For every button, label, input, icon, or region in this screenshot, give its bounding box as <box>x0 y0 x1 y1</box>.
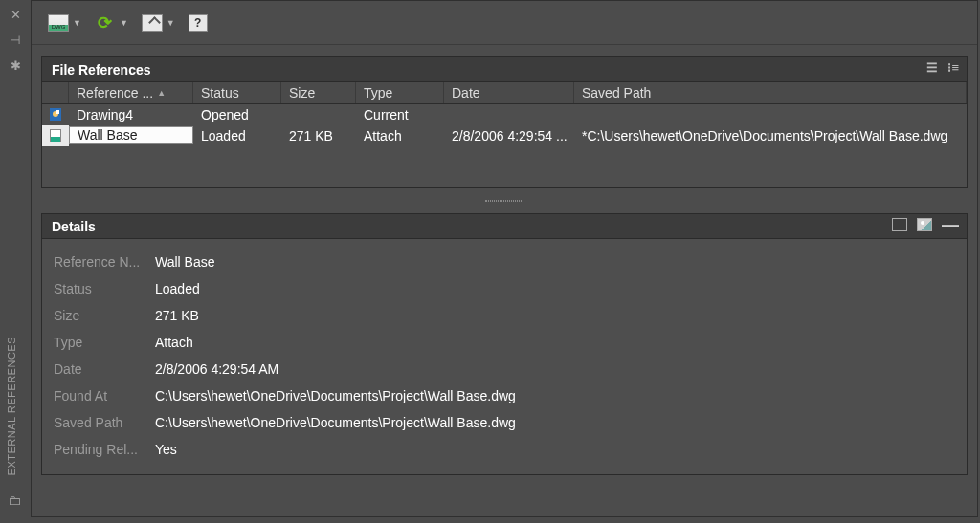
column-size[interactable]: Size <box>281 82 356 103</box>
collapse-icon[interactable]: — <box>942 220 959 229</box>
row-status: Opened <box>193 104 281 125</box>
file-references-section: File References ☰ ⁝≡ Reference ...▲ Stat… <box>41 56 968 188</box>
detail-row: Reference N... Wall Base <box>54 249 955 275</box>
detail-value-status: Loaded <box>155 281 200 296</box>
detail-label-savedpath: Saved Path <box>54 415 155 430</box>
row-size <box>281 104 356 125</box>
change-path-icon <box>142 14 163 32</box>
refresh-button[interactable]: ⟳ ▼ <box>92 11 131 35</box>
detail-value-type: Attach <box>155 335 193 350</box>
detail-label-size: Size <box>54 308 155 323</box>
dwg-icon: DWG <box>48 14 69 32</box>
detail-value-pending: Yes <box>155 442 177 457</box>
details-list-icon[interactable] <box>892 218 907 231</box>
details-title: Details <box>52 219 96 234</box>
xref-toolbar: DWG ▼ ⟳ ▼ ▼ ? <box>32 1 977 45</box>
row-status: Loaded <box>193 125 281 146</box>
table-header-row: Reference ...▲ Status Size Type Date Sav… <box>42 82 967 104</box>
detail-value-foundat: C:\Users\hewet\OneDrive\Documents\Projec… <box>155 388 516 403</box>
detail-label-refname: Reference N... <box>54 254 155 270</box>
palette-tab-icon[interactable]: 🗀 <box>8 492 21 508</box>
external-references-panel: DWG ▼ ⟳ ▼ ▼ ? File References ☰ ⁝≡ <box>31 0 978 517</box>
table-row[interactable]: Drawing4 Opened Current <box>42 104 967 125</box>
row-name: Drawing4 <box>69 104 193 125</box>
detail-row: Saved Path C:\Users\hewet\OneDrive\Docum… <box>54 409 955 436</box>
file-references-header[interactable]: File References ☰ ⁝≡ <box>41 56 968 81</box>
chevron-down-icon: ▼ <box>120 18 128 28</box>
column-date[interactable]: Date <box>444 82 574 103</box>
details-section: Details — Reference N... Wall Base Statu… <box>41 213 968 475</box>
detail-row: Status Loaded <box>54 275 955 302</box>
row-name: Wall Base <box>69 126 193 144</box>
chevron-down-icon: ▼ <box>73 18 81 28</box>
row-path <box>574 104 967 125</box>
sort-asc-icon: ▲ <box>157 88 166 98</box>
detail-value-savedpath: C:\Users\hewet\OneDrive\Documents\Projec… <box>155 415 516 430</box>
dwg-xref-icon <box>50 129 61 142</box>
detail-row: Date 2/8/2006 4:29:54 AM <box>54 356 955 382</box>
panel-splitter[interactable] <box>41 198 968 204</box>
change-path-button[interactable]: ▼ <box>139 11 178 35</box>
column-icon[interactable] <box>42 82 69 103</box>
column-status[interactable]: Status <box>193 82 281 103</box>
row-icon <box>42 125 69 146</box>
attach-dwg-button[interactable]: DWG ▼ <box>45 11 84 35</box>
chevron-down-icon: ▼ <box>167 18 175 28</box>
table-row[interactable]: Wall Base Loaded 271 KB Attach 2/8/2006 … <box>42 125 967 146</box>
column-reference-name[interactable]: Reference ...▲ <box>69 82 193 103</box>
file-references-table: Reference ...▲ Status Size Type Date Sav… <box>41 81 968 188</box>
detail-label-foundat: Found At <box>54 388 155 403</box>
close-icon[interactable]: ✕ <box>11 8 21 22</box>
row-type: Current <box>356 104 444 125</box>
detail-value-size: 271 KB <box>155 308 199 323</box>
palette-titlebar: ✕ ⊣ ✱ EXTERNAL REFERENCES 🗀 <box>0 0 31 523</box>
details-preview-icon[interactable] <box>917 218 932 231</box>
details-body: Reference N... Wall Base Status Loaded S… <box>41 238 968 475</box>
detail-row: Type Attach <box>54 329 955 356</box>
details-header[interactable]: Details — <box>41 213 968 238</box>
detail-value-date: 2/8/2006 4:29:54 AM <box>155 361 278 377</box>
properties-gear-icon[interactable]: ✱ <box>11 58 21 73</box>
detail-row: Size 271 KB <box>54 302 955 329</box>
row-icon <box>42 104 69 125</box>
detail-label-type: Type <box>54 335 155 350</box>
detail-label-pending: Pending Rel... <box>54 442 155 457</box>
help-icon: ? <box>189 14 208 32</box>
detail-value-refname: Wall Base <box>155 254 215 270</box>
help-button[interactable]: ? <box>186 12 211 33</box>
row-path: *C:\Users\hewet\OneDrive\Documents\Proje… <box>574 125 967 146</box>
file-references-title: File References <box>52 62 151 77</box>
tree-view-icon[interactable]: ⁝≡ <box>947 60 959 75</box>
detail-label-date: Date <box>54 361 155 377</box>
list-view-icon[interactable]: ☰ <box>926 60 938 75</box>
row-size: 271 KB <box>281 125 356 146</box>
detail-row: Found At C:\Users\hewet\OneDrive\Documen… <box>54 382 955 409</box>
current-drawing-icon <box>50 108 61 121</box>
detail-label-status: Status <box>54 281 155 296</box>
refresh-icon: ⟳ <box>98 12 112 33</box>
column-type[interactable]: Type <box>356 82 444 103</box>
autohide-pin-icon[interactable]: ⊣ <box>11 33 20 47</box>
detail-row: Pending Rel... Yes <box>54 436 955 463</box>
column-saved-path[interactable]: Saved Path <box>574 82 967 103</box>
palette-title: EXTERNAL REFERENCES <box>6 337 17 475</box>
row-date <box>444 104 574 125</box>
row-date: 2/8/2006 4:29:54 ... <box>444 125 574 146</box>
row-type: Attach <box>356 125 444 146</box>
